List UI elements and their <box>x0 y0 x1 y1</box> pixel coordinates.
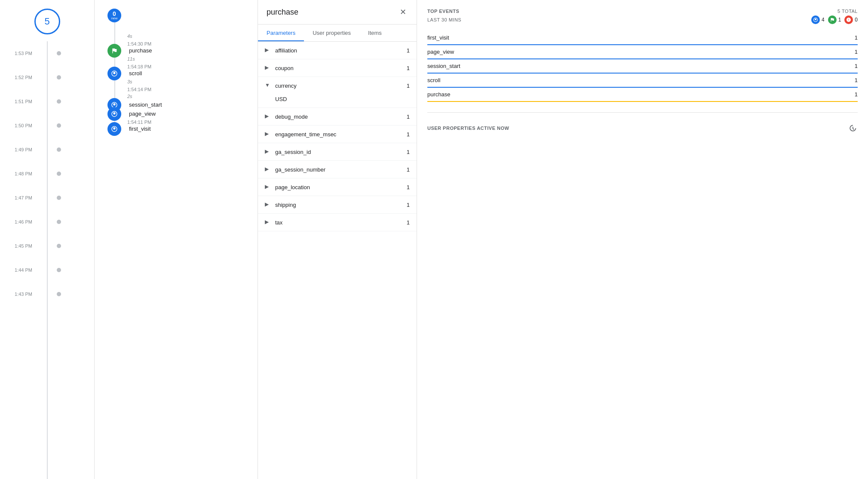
badge-item-red: 0 <box>844 15 858 24</box>
timeline-dot <box>57 123 61 128</box>
param-row-coupon: ▶ coupon 1 <box>258 59 417 77</box>
param-value-currency: USD <box>258 94 417 107</box>
param-row-affiliation-toggle[interactable]: ▶ affiliation 1 <box>258 42 417 59</box>
timeline-dot <box>57 75 61 80</box>
param-row-ga-session-id-toggle[interactable]: ▶ ga_session_id 1 <box>258 143 417 160</box>
param-row-engagement-time: ▶ engagement_time_msec 1 <box>258 126 417 143</box>
param-name-debug-mode: debug_mode <box>275 114 403 120</box>
top-events-label: TOP EVENTS <box>427 9 459 14</box>
param-count-currency: 1 <box>407 83 410 89</box>
timeline-dot <box>57 244 61 248</box>
event-list-name: scroll <box>427 77 440 83</box>
detail-title: purchase <box>267 8 298 17</box>
event-duration: 11s <box>106 56 251 61</box>
event-item-page-view[interactable]: page_view <box>127 111 251 117</box>
event-group-scroll: 1:54:18 PM scroll <box>127 64 251 77</box>
left-timeline-panel: 5 1:53 PM 1:52 PM 1:51 PM 1:50 PM 1:49 P… <box>0 0 95 479</box>
purchase-event-icon <box>107 44 121 58</box>
timeline-dot <box>57 196 61 200</box>
history-icon[interactable] <box>847 123 858 133</box>
time-label: 1:48 PM <box>9 171 32 176</box>
event-item-purchase[interactable]: purchase <box>127 47 251 54</box>
chevron-right-icon: ▶ <box>265 131 272 138</box>
time-label: 1:43 PM <box>9 292 32 297</box>
timeline-dot <box>57 99 61 104</box>
event-duration: 4s <box>106 34 251 39</box>
time-label: 1:45 PM <box>9 243 32 249</box>
chevron-right-icon: ▶ <box>265 113 272 120</box>
new-badge-count: 0 <box>113 11 116 17</box>
new-badge-text: new <box>111 17 118 20</box>
param-row-page-location-toggle[interactable]: ▶ page_location 1 <box>258 178 417 196</box>
param-name-coupon: coupon <box>275 65 403 71</box>
green-badge-icon <box>828 15 837 24</box>
chevron-right-icon: ▶ <box>265 201 272 208</box>
detail-panel: purchase ✕ Parameters User properties It… <box>258 0 417 479</box>
event-item-first-visit[interactable]: first_visit <box>127 126 251 132</box>
event-list-name: purchase <box>427 91 450 98</box>
param-row-shipping: ▶ shipping 1 <box>258 196 417 214</box>
time-row: 1:49 PM <box>0 138 94 162</box>
param-row-tax: ▶ tax 1 <box>258 214 417 231</box>
event-list-item-page-view[interactable]: page_view 1 <box>427 45 858 59</box>
event-list-count: 1 <box>855 77 858 83</box>
time-label: 1:51 PM <box>9 99 32 104</box>
detail-header: purchase ✕ <box>258 0 417 25</box>
event-list-name: first_visit <box>427 34 449 41</box>
page-view-event-icon <box>107 107 121 121</box>
param-row-debug-mode-toggle[interactable]: ▶ debug_mode 1 <box>258 108 417 125</box>
event-list-count: 1 <box>855 34 858 41</box>
event-timestamp: 1:54:30 PM <box>127 41 251 46</box>
tab-parameters[interactable]: Parameters <box>258 25 304 41</box>
right-panel: TOP EVENTS 5 TOTAL LAST 30 MINS 4 1 <box>417 0 868 479</box>
event-list-item-purchase[interactable]: purchase 1 <box>427 88 858 102</box>
user-props-label: USER PROPERTIES ACTIVE NOW <box>427 126 509 131</box>
time-row: 1:45 PM <box>0 234 94 258</box>
param-row-tax-toggle[interactable]: ▶ tax 1 <box>258 214 417 231</box>
user-props-header: USER PROPERTIES ACTIVE NOW <box>427 123 858 133</box>
detail-tabs: Parameters User properties Items <box>258 25 417 42</box>
event-timeline: 0 new 4s 1:54:30 PM purchase 11s 1:54:18… <box>101 9 251 132</box>
param-row-shipping-toggle[interactable]: ▶ shipping 1 <box>258 196 417 213</box>
param-name-ga-session-number: ga_session_number <box>275 166 403 173</box>
page-view-event-name: page_view <box>129 111 156 117</box>
badge-item-blue: 4 <box>811 15 825 24</box>
event-list-item-scroll[interactable]: scroll 1 <box>427 74 858 88</box>
total-label: 5 TOTAL <box>837 9 858 14</box>
badges-row: 4 1 0 <box>811 15 858 24</box>
timeline-dot <box>57 220 61 224</box>
param-row-coupon-toggle[interactable]: ▶ coupon 1 <box>258 59 417 77</box>
event-group-first-visit: 1:54:11 PM first_visit <box>127 120 251 132</box>
timeline-dot <box>57 172 61 176</box>
param-count-shipping: 1 <box>407 202 410 208</box>
param-row-affiliation: ▶ affiliation 1 <box>258 42 417 59</box>
param-count-debug-mode: 1 <box>407 114 410 120</box>
blue-badge-count: 4 <box>822 17 825 23</box>
param-count-coupon: 1 <box>407 65 410 71</box>
event-group-session-start: session_start <box>127 101 251 108</box>
center-event-panel: 0 new 4s 1:54:30 PM purchase 11s 1:54:18… <box>95 0 258 479</box>
event-list-name: page_view <box>427 49 454 55</box>
event-list-item-session-start[interactable]: session_start 1 <box>427 59 858 74</box>
event-duration: 3s <box>106 79 251 84</box>
event-list-item-first-visit[interactable]: first_visit 1 <box>427 31 858 45</box>
badge-item-green: 1 <box>828 15 841 24</box>
event-list-count: 1 <box>855 91 858 98</box>
event-item-session-start[interactable]: session_start <box>127 101 251 108</box>
first-visit-event-icon <box>107 122 121 136</box>
event-list-count: 1 <box>855 63 858 69</box>
time-label: 1:49 PM <box>9 147 32 152</box>
event-item-scroll[interactable]: scroll <box>127 70 251 77</box>
param-row-currency: ▼ currency 1 USD <box>258 77 417 108</box>
param-row-engagement-time-toggle[interactable]: ▶ engagement_time_msec 1 <box>258 126 417 143</box>
time-row: 1:53 PM <box>0 41 94 65</box>
param-row-ga-session-number-toggle[interactable]: ▶ ga_session_number 1 <box>258 161 417 178</box>
param-row-page-location: ▶ page_location 1 <box>258 178 417 196</box>
close-button[interactable]: ✕ <box>398 7 408 17</box>
param-name-affiliation: affiliation <box>275 47 403 54</box>
tab-user-properties[interactable]: User properties <box>304 25 359 41</box>
time-row: 1:43 PM <box>0 282 94 306</box>
new-events-badge: 0 new <box>107 9 121 22</box>
tab-items[interactable]: Items <box>359 25 390 41</box>
param-row-currency-toggle[interactable]: ▼ currency 1 <box>258 77 417 94</box>
